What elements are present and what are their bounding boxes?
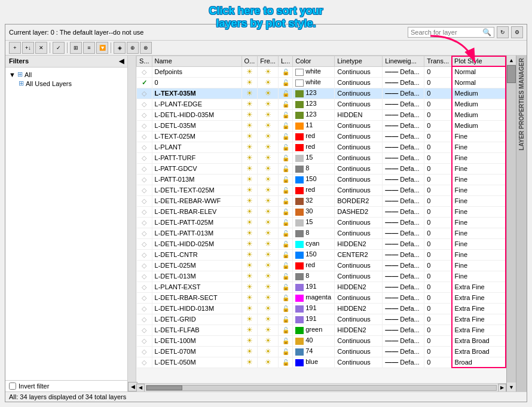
cell-plot-style[interactable]: Medium — [452, 88, 506, 99]
cell-plot-style[interactable]: Fine — [452, 163, 506, 174]
cell-plot-style[interactable]: Fine — [452, 260, 506, 271]
cell-lineweight[interactable]: —— Defa... — [383, 303, 424, 314]
cell-lineweight[interactable]: —— Defa... — [383, 152, 424, 163]
cell-color[interactable]: 74 — [293, 346, 335, 357]
cell-plot-style[interactable]: Extra Broad — [452, 335, 506, 346]
cell-transparency[interactable]: 0 — [424, 281, 452, 292]
cell-freeze[interactable]: ☀ — [258, 163, 279, 174]
cell-plot-style[interactable]: Fine — [452, 142, 506, 152]
table-row[interactable]: ◇L-DETL-HIDD-013M☀☀🔓191HIDDEN2—— Defa...… — [137, 303, 506, 314]
cell-lock[interactable]: 🔓 — [278, 185, 292, 195]
cell-on[interactable]: ☀ — [241, 238, 258, 249]
cell-lock[interactable]: 🔓 — [278, 66, 292, 77]
cell-on[interactable]: ☀ — [241, 120, 258, 131]
cell-freeze[interactable]: ☀ — [258, 174, 279, 185]
col-on[interactable]: O... — [241, 56, 258, 67]
cell-on[interactable]: ☀ — [241, 335, 258, 346]
cell-transparency[interactable]: 0 — [424, 260, 452, 271]
cell-color[interactable]: 191 — [293, 281, 335, 292]
new-layer-vp-button[interactable]: +↓ — [22, 42, 34, 54]
cell-lock[interactable]: 🔓 — [278, 260, 292, 271]
cell-on[interactable]: ☀ — [241, 66, 258, 77]
cell-transparency[interactable]: 0 — [424, 185, 452, 195]
set-current-button[interactable]: ✓ — [53, 42, 65, 54]
cell-plot-style[interactable]: Extra Fine — [452, 314, 506, 325]
cell-color[interactable]: 123 — [293, 99, 335, 109]
cell-freeze[interactable]: ☀ — [258, 281, 279, 292]
cell-transparency[interactable]: 0 — [424, 174, 452, 185]
cell-freeze[interactable]: ☀ — [258, 357, 279, 368]
cell-lineweight[interactable]: —— Defa... — [383, 228, 424, 238]
cell-color[interactable]: 30 — [293, 206, 335, 217]
cell-color[interactable]: 123 — [293, 109, 335, 120]
invert-filter-checkbox[interactable] — [9, 382, 16, 390]
cell-plot-style[interactable]: Fine — [452, 206, 506, 217]
cell-lock[interactable]: 🔓 — [278, 271, 292, 281]
cell-lineweight[interactable]: —— Defa... — [383, 217, 424, 228]
cell-on[interactable]: ☀ — [241, 357, 258, 368]
cell-linetype[interactable]: Continuous — [335, 185, 383, 195]
cell-transparency[interactable]: 0 — [424, 346, 452, 357]
sidebar-item-used-layers[interactable]: ⊞ All Used Layers — [17, 79, 125, 88]
cell-lock[interactable]: 🔓 — [278, 314, 292, 325]
cell-transparency[interactable]: 0 — [424, 77, 452, 88]
new-layer-button[interactable]: + — [9, 42, 21, 54]
cell-linetype[interactable]: HIDDEN — [335, 109, 383, 120]
table-row[interactable]: ◇L-DETL-PATT-013M☀☀🔓8Continuous—— Defa..… — [137, 228, 506, 238]
cell-freeze[interactable]: ☀ — [258, 249, 279, 260]
cell-lineweight[interactable]: —— Defa... — [383, 131, 424, 142]
cell-lineweight[interactable]: —— Defa... — [383, 142, 424, 152]
cell-lineweight[interactable]: —— Defa... — [383, 88, 424, 99]
cell-linetype[interactable]: Continuous — [335, 292, 383, 303]
cell-on[interactable]: ☀ — [241, 217, 258, 228]
search-input[interactable] — [411, 29, 482, 36]
col-linetype[interactable]: Linetype — [335, 56, 383, 67]
col-plot-style[interactable]: Plot Style — [452, 56, 506, 67]
cell-lock[interactable]: 🔓 — [278, 109, 292, 120]
cell-lock[interactable]: 🔓 — [278, 335, 292, 346]
cell-on[interactable]: ☀ — [241, 249, 258, 260]
cell-on[interactable]: ☀ — [241, 271, 258, 281]
cell-color[interactable]: blue — [293, 357, 335, 368]
cell-on[interactable]: ☀ — [241, 303, 258, 314]
cell-linetype[interactable]: Continuous — [335, 335, 383, 346]
vscroll-down-button[interactable]: ▼ — [507, 382, 516, 391]
cell-plot-style[interactable]: Normal — [452, 77, 506, 88]
cell-freeze[interactable]: ☀ — [258, 217, 279, 228]
cell-freeze[interactable]: ☀ — [258, 142, 279, 152]
cell-linetype[interactable]: Continuous — [335, 77, 383, 88]
cell-plot-style[interactable]: Fine — [452, 249, 506, 260]
cell-lock[interactable]: 🔓 — [278, 99, 292, 109]
cell-lineweight[interactable]: —— Defa... — [383, 238, 424, 249]
cell-plot-style[interactable]: Fine — [452, 174, 506, 185]
cell-lock[interactable]: 🔓 — [278, 238, 292, 249]
cell-transparency[interactable]: 0 — [424, 271, 452, 281]
table-row[interactable]: ✓0☀☀🔓whiteContinuous—— Defa...0Normal — [137, 77, 506, 88]
cell-plot-style[interactable]: Fine — [452, 271, 506, 281]
cell-freeze[interactable]: ☀ — [258, 314, 279, 325]
cell-transparency[interactable]: 0 — [424, 66, 452, 77]
cell-linetype[interactable]: Continuous — [335, 346, 383, 357]
cell-lineweight[interactable]: —— Defa... — [383, 185, 424, 195]
table-row[interactable]: ◇L-DETL-PATT-025M☀☀🔓15Continuous—— Defa.… — [137, 217, 506, 228]
cell-freeze[interactable]: ☀ — [258, 228, 279, 238]
cell-plot-style[interactable]: Extra Fine — [452, 292, 506, 303]
cell-linetype[interactable]: HIDDEN2 — [335, 238, 383, 249]
cell-lock[interactable]: 🔓 — [278, 206, 292, 217]
cell-on[interactable]: ☀ — [241, 281, 258, 292]
table-row[interactable]: ◇L-DETL-050M☀☀🔓blueContinuous—— Defa...0… — [137, 357, 506, 368]
cell-linetype[interactable]: HIDDEN2 — [335, 303, 383, 314]
cell-freeze[interactable]: ☀ — [258, 152, 279, 163]
cell-freeze[interactable]: ☀ — [258, 109, 279, 120]
cell-color[interactable]: 191 — [293, 303, 335, 314]
cell-on[interactable]: ☀ — [241, 131, 258, 142]
cell-lineweight[interactable]: —— Defa... — [383, 195, 424, 206]
cell-lineweight[interactable]: —— Defa... — [383, 357, 424, 368]
cell-transparency[interactable]: 0 — [424, 120, 452, 131]
cell-transparency[interactable]: 0 — [424, 249, 452, 260]
cell-lock[interactable]: 🔓 — [278, 195, 292, 206]
table-scroll[interactable]: S... Name O... Fre... L... Color Linetyp… — [136, 56, 506, 383]
cell-linetype[interactable]: Continuous — [335, 66, 383, 77]
cell-color[interactable]: red — [293, 185, 335, 195]
cell-transparency[interactable]: 0 — [424, 152, 452, 163]
